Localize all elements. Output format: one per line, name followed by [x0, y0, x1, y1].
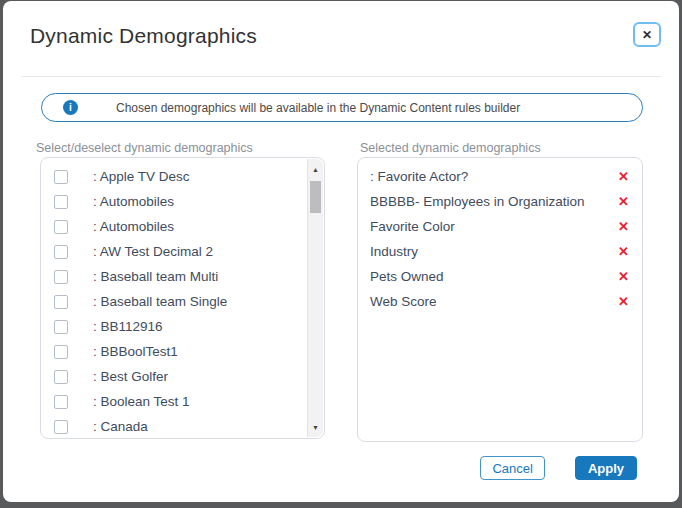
demographic-label: : BBBoolTest1: [93, 344, 178, 359]
remove-demographic-icon[interactable]: ✕: [618, 295, 629, 308]
selected-demographic-row: Pets Owned ✕: [358, 264, 642, 289]
page-title: Dynamic Demographics: [30, 24, 257, 48]
demographic-checkbox[interactable]: [54, 370, 68, 384]
selected-panel-label: Selected dynamic demographics: [360, 141, 541, 155]
selected-demographic-label: Favorite Color: [370, 219, 455, 234]
demographic-checkbox[interactable]: [54, 295, 68, 309]
selected-demographic-label: BBBBB- Employees in Organization: [370, 194, 585, 209]
info-banner-text: Chosen demographics will be available in…: [116, 101, 520, 115]
available-demographic-row: : Baseball team Multi: [41, 264, 324, 289]
selected-list-rows: : Favorite Actor? ✕ BBBBB- Employees in …: [358, 158, 642, 314]
available-demographic-row: : Canada: [41, 414, 324, 439]
cancel-button[interactable]: Cancel: [480, 456, 544, 480]
scrollbar[interactable]: ▲ ▼: [307, 159, 323, 437]
selected-demographic-row: Industry ✕: [358, 239, 642, 264]
selected-demographic-row: : Favorite Actor? ✕: [358, 164, 642, 189]
dynamic-demographics-dialog: Dynamic Demographics ✕ i Chosen demograp…: [3, 1, 679, 502]
available-demographic-row: : Automobiles: [41, 214, 324, 239]
demographic-label: : Boolean Test 1: [93, 394, 190, 409]
available-demographic-row: : Baseball team Single: [41, 289, 324, 314]
apply-button[interactable]: Apply: [575, 456, 637, 480]
demographic-label: : Canada: [93, 419, 148, 434]
scroll-down-icon[interactable]: ▼: [308, 419, 323, 435]
selected-demographic-label: Pets Owned: [370, 269, 444, 284]
remove-demographic-icon[interactable]: ✕: [618, 245, 629, 258]
header-divider: [22, 76, 661, 77]
remove-demographic-icon[interactable]: ✕: [618, 270, 629, 283]
demographic-checkbox[interactable]: [54, 270, 68, 284]
demographic-checkbox[interactable]: [54, 245, 68, 259]
available-demographics-list: : Apple TV Desc : Automobiles : Automobi…: [40, 157, 325, 439]
demographic-checkbox[interactable]: [54, 395, 68, 409]
demographic-checkbox[interactable]: [54, 195, 68, 209]
selected-demographic-row: BBBBB- Employees in Organization ✕: [358, 189, 642, 214]
dialog-footer: Cancel Apply: [480, 456, 637, 480]
demographic-checkbox[interactable]: [54, 420, 68, 434]
remove-demographic-icon[interactable]: ✕: [618, 170, 629, 183]
demographic-label: : Apple TV Desc: [93, 169, 190, 184]
demographic-label: : Best Golfer: [93, 369, 168, 384]
close-icon: ✕: [642, 28, 652, 42]
demographic-label: : BB112916: [93, 319, 163, 334]
available-demographic-row: : Apple TV Desc: [41, 164, 324, 189]
info-icon: i: [63, 100, 78, 115]
available-demographic-row: : BB112916: [41, 314, 324, 339]
available-panel-label: Select/deselect dynamic demographics: [36, 141, 253, 155]
selected-demographic-row: Favorite Color ✕: [358, 214, 642, 239]
selected-demographic-row: Web Score ✕: [358, 289, 642, 314]
demographic-label: : Baseball team Multi: [93, 269, 218, 284]
scrollbar-thumb[interactable]: [310, 181, 321, 213]
demographic-checkbox[interactable]: [54, 345, 68, 359]
demographic-checkbox[interactable]: [54, 170, 68, 184]
demographic-label: : Automobiles: [93, 194, 174, 209]
available-demographic-row: : AW Test Decimal 2: [41, 239, 324, 264]
info-banner: i Chosen demographics will be available …: [41, 93, 643, 122]
selected-demographics-list: : Favorite Actor? ✕ BBBBB- Employees in …: [357, 157, 643, 442]
demographic-label: : Baseball team Single: [93, 294, 227, 309]
remove-demographic-icon[interactable]: ✕: [618, 195, 629, 208]
remove-demographic-icon[interactable]: ✕: [618, 220, 629, 233]
demographic-label: : AW Test Decimal 2: [93, 244, 213, 259]
demographic-checkbox[interactable]: [54, 320, 68, 334]
available-demographic-row: : BBBoolTest1: [41, 339, 324, 364]
selected-demographic-label: Web Score: [370, 294, 437, 309]
selected-demographic-label: Industry: [370, 244, 418, 259]
available-demographic-row: : Automobiles: [41, 189, 324, 214]
scroll-up-icon[interactable]: ▲: [308, 161, 323, 177]
available-list-rows: : Apple TV Desc : Automobiles : Automobi…: [41, 158, 324, 439]
demographic-label: : Automobiles: [93, 219, 174, 234]
demographic-checkbox[interactable]: [54, 220, 68, 234]
close-button[interactable]: ✕: [633, 22, 661, 47]
selected-demographic-label: : Favorite Actor?: [370, 169, 468, 184]
available-demographic-row: : Boolean Test 1: [41, 389, 324, 414]
available-demographic-row: : Best Golfer: [41, 364, 324, 389]
